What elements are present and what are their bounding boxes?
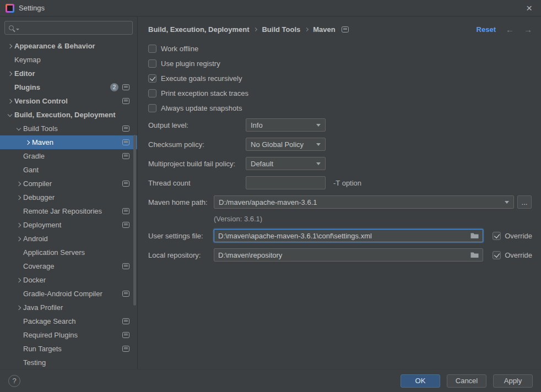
sidebar-item-remote-jar-repositories[interactable]: Remote Jar Repositories <box>0 204 137 218</box>
sidebar-item-gant[interactable]: Gant <box>0 163 137 177</box>
local-repository-input[interactable]: D:\maven\repository <box>214 248 483 262</box>
chevron-right-icon[interactable] <box>14 237 23 241</box>
user-settings-override-checkbox[interactable]: Override <box>493 232 532 240</box>
user-settings-file-input[interactable]: D:\maven\apache-maven-3.6.1\conf\setting… <box>214 229 483 242</box>
thread-count-hint: -T option <box>333 179 361 187</box>
sidebar-item-build-execution-deployment[interactable]: Build, Execution, Deployment <box>0 108 137 122</box>
chevron-down-icon[interactable] <box>6 114 14 116</box>
sidebar-item-package-search[interactable]: Package Search <box>0 314 137 328</box>
sidebar-item-label: Appearance & Behavior <box>14 42 95 50</box>
monitor-icon <box>122 181 129 187</box>
chevron-right-icon[interactable] <box>14 224 23 227</box>
sidebar-item-coverage[interactable]: Coverage <box>0 259 137 273</box>
chevron-down-icon[interactable] <box>14 128 23 130</box>
breadcrumb-segment[interactable]: Build, Execution, Deployment <box>148 25 249 34</box>
monitor-icon <box>122 126 129 132</box>
checkbox-work-offline[interactable]: Work offline <box>148 41 532 56</box>
maven-home-label: Maven home path: <box>148 198 214 206</box>
help-button[interactable]: ? <box>8 375 20 387</box>
back-icon[interactable]: ← <box>506 25 514 34</box>
maven-settings-panel: Build, Execution, Deployment Build Tools… <box>138 17 541 369</box>
sidebar-item-debugger[interactable]: Debugger <box>0 190 137 204</box>
maven-home-value: D:/maven/apache-maven-3.6.1 <box>219 198 317 206</box>
sidebar-item-editor[interactable]: Editor <box>0 67 137 80</box>
sidebar-item-label: Version Control <box>14 97 68 105</box>
multiproject-policy-select[interactable]: Default <box>246 157 326 170</box>
sidebar-item-required-plugins[interactable]: Required Plugins <box>0 328 137 342</box>
reset-link[interactable]: Reset <box>477 25 496 34</box>
sidebar-item-appearance-behavior[interactable]: Appearance & Behavior <box>0 39 137 53</box>
checkbox-box[interactable] <box>493 232 501 240</box>
apply-button[interactable]: Apply <box>493 374 533 388</box>
sidebar-item-version-control[interactable]: Version Control <box>0 94 137 108</box>
chevron-right-icon[interactable] <box>14 196 23 199</box>
sidebar-item-label: Gant <box>23 166 39 174</box>
output-level-select[interactable]: Info <box>246 118 326 132</box>
settings-search-box[interactable] <box>4 21 133 35</box>
breadcrumb-segment[interactable]: Build Tools <box>262 25 300 34</box>
multiproject-policy-row: Multiproject build fail policy: Default <box>148 157 532 170</box>
chevron-right-icon[interactable] <box>6 100 14 103</box>
sidebar-item-label: Build, Execution, Deployment <box>14 111 115 119</box>
checkbox-label: Always update snapshots <box>161 104 242 112</box>
sidebar-item-maven[interactable]: Maven <box>0 135 137 149</box>
override-label: Override <box>505 232 532 240</box>
chevron-right-icon[interactable] <box>6 45 14 48</box>
checkbox-box[interactable] <box>493 251 501 259</box>
checksum-policy-select[interactable]: No Global Policy <box>246 138 326 151</box>
sidebar-item-gradle-android-compiler[interactable]: Gradle-Android Compiler <box>0 287 137 301</box>
checkbox-use-plugin-registry[interactable]: Use plugin registry <box>148 56 532 71</box>
search-input[interactable] <box>21 24 128 32</box>
sidebar-item-application-servers[interactable]: Application Servers <box>0 246 137 259</box>
breadcrumb-segment[interactable]: Maven <box>313 25 335 34</box>
monitor-icon <box>122 291 129 297</box>
checkbox-box[interactable] <box>148 104 156 112</box>
sidebar-item-java-profiler[interactable]: Java Profiler <box>0 301 137 314</box>
forward-icon[interactable]: → <box>524 25 532 34</box>
monitor-icon <box>122 208 129 214</box>
chevron-right-icon[interactable] <box>14 182 23 186</box>
chevron-right-icon[interactable] <box>6 72 14 75</box>
checkbox-label: Use plugin registry <box>161 59 220 68</box>
sidebar-item-plugins[interactable]: Plugins2 <box>0 80 137 94</box>
sidebar-item-testing[interactable]: Testing <box>0 356 137 369</box>
sidebar-item-compiler[interactable]: Compiler <box>0 177 137 190</box>
folder-icon[interactable] <box>470 232 479 239</box>
ok-button[interactable]: OK <box>401 374 440 388</box>
local-repository-value: D:\maven\repository <box>218 251 467 259</box>
chevron-right-icon[interactable] <box>14 306 23 309</box>
title-bar: Settings × <box>0 0 541 17</box>
checkbox-print-exception-stack-traces[interactable]: Print exception stack traces <box>148 86 532 101</box>
checkbox-execute-goals-recursively[interactable]: Execute goals recursively <box>148 71 532 86</box>
output-level-row: Output level: Info <box>148 118 532 132</box>
sidebar-item-keymap[interactable]: Keymap <box>0 53 137 67</box>
local-repository-override-checkbox[interactable]: Override <box>493 251 532 259</box>
sidebar-item-docker[interactable]: Docker <box>0 273 137 287</box>
chevron-right-icon[interactable] <box>23 141 32 144</box>
monitor-icon <box>122 84 129 90</box>
checkbox-always-update-snapshots[interactable]: Always update snapshots <box>148 101 532 116</box>
close-icon[interactable]: × <box>523 3 535 13</box>
maven-home-select[interactable]: D:/maven/apache-maven-3.6.1 <box>214 195 514 209</box>
browse-button[interactable]: ... <box>517 195 532 209</box>
checkbox-box[interactable] <box>148 59 156 68</box>
search-icon <box>9 25 14 30</box>
checkbox-box[interactable] <box>148 45 156 53</box>
sidebar-item-run-targets[interactable]: Run Targets <box>0 342 137 356</box>
sidebar-item-deployment[interactable]: Deployment <box>0 218 137 232</box>
thread-count-input[interactable] <box>246 176 326 189</box>
maven-home-row: Maven home path: D:/maven/apache-maven-3… <box>148 195 532 209</box>
checkbox-box[interactable] <box>148 89 156 97</box>
sidebar-item-android[interactable]: Android <box>0 232 137 246</box>
folder-icon[interactable] <box>470 252 479 258</box>
sidebar-item-label: Deployment <box>23 221 61 229</box>
chevron-right-icon[interactable] <box>14 279 23 282</box>
sidebar-item-build-tools[interactable]: Build Tools <box>0 122 137 135</box>
sidebar-item-label: Docker <box>23 276 46 284</box>
update-count-badge: 2 <box>110 83 118 91</box>
sidebar-scrollbar[interactable] <box>133 135 136 306</box>
sidebar-item-label: Compiler <box>23 179 52 188</box>
checkbox-box[interactable] <box>148 74 156 83</box>
sidebar-item-gradle[interactable]: Gradle <box>0 149 137 163</box>
cancel-button[interactable]: Cancel <box>447 374 486 388</box>
